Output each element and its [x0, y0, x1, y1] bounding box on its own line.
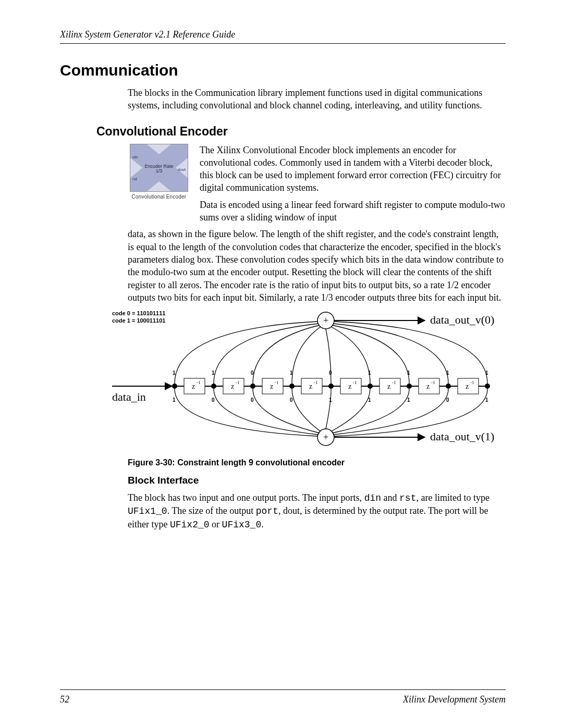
svg-text:1: 1 — [173, 397, 176, 403]
svg-point-21 — [368, 384, 373, 389]
reg-7: z -1 — [419, 378, 451, 394]
icon-and-text: din rst dout Encoder Rate 1/3 Convolutio… — [60, 144, 506, 228]
reg-3: z -1 — [262, 378, 295, 394]
sub-p2a: Data is encoded using a linear feed forw… — [200, 199, 506, 224]
svg-text:1: 1 — [329, 397, 332, 403]
code-port: port — [256, 506, 278, 516]
out1-label: data_out_v(1) — [430, 430, 494, 443]
svg-text:1: 1 — [368, 397, 371, 403]
svg-text:1: 1 — [368, 370, 371, 376]
svg-text:1: 1 — [407, 370, 410, 376]
svg-text:1: 1 — [290, 370, 293, 376]
svg-text:1: 1 — [485, 370, 488, 376]
port-rst: rst — [132, 177, 137, 181]
svg-text:z: z — [466, 382, 469, 390]
reg-8: z -1 — [458, 378, 490, 394]
plus-bottom: + — [323, 432, 328, 442]
svg-text:z: z — [426, 382, 430, 390]
svg-text:1: 1 — [212, 370, 215, 376]
bi-a: The block has two input and one output p… — [128, 492, 364, 503]
svg-text:z: z — [309, 382, 312, 390]
subsection-title: Convolutional Encoder — [96, 125, 506, 139]
bi-d: . The size of the output — [167, 505, 256, 516]
svg-text:-1: -1 — [470, 380, 474, 385]
bi-f: or — [210, 519, 222, 529]
svg-point-25 — [407, 384, 412, 389]
figure-caption: Figure 3-30: Constraint length 9 convolu… — [128, 458, 506, 467]
bi-c: , are limited to type — [416, 492, 489, 503]
data-in-label: data_in — [112, 390, 146, 403]
block-icon: din rst dout Encoder Rate 1/3 Convolutio… — [128, 144, 190, 200]
svg-text:0: 0 — [290, 397, 293, 403]
svg-point-9 — [250, 384, 255, 389]
block-icon-caption: Convolutional Encoder — [128, 194, 190, 200]
svg-point-33 — [485, 384, 490, 389]
svg-point-13 — [289, 384, 295, 389]
port-din: din — [132, 155, 138, 159]
code0-label: code 0 = 110101111 — [112, 310, 165, 316]
svg-text:z: z — [348, 382, 351, 390]
icon-line1: Encoder Rate — [144, 164, 173, 169]
beside-icon-text: The Xilinx Convolutional Encoder block i… — [200, 144, 506, 228]
svg-point-5 — [211, 384, 216, 389]
code1-label: code 1 = 100011101 — [112, 317, 165, 324]
svg-text:z: z — [192, 382, 195, 390]
bi-g: . — [261, 519, 264, 529]
svg-text:-1: -1 — [392, 380, 396, 385]
page-number: 52 — [60, 694, 69, 705]
block-interface-title: Block Interface — [128, 475, 506, 486]
svg-text:0: 0 — [329, 370, 332, 376]
reg-6: z -1 — [380, 378, 412, 394]
plus-top: + — [323, 315, 328, 326]
reg-2: z -1 — [223, 378, 255, 394]
svg-text:-1: -1 — [236, 380, 240, 385]
svg-text:0: 0 — [251, 370, 254, 376]
code-ufix2: UFix2_0 — [170, 520, 210, 530]
block-icon-tile: din rst dout Encoder Rate 1/3 — [130, 144, 188, 192]
svg-text:1: 1 — [407, 397, 410, 403]
bi-b: and — [381, 492, 399, 503]
icon-line2: 1/3 — [156, 168, 163, 174]
svg-text:-1: -1 — [275, 380, 279, 385]
block-interface-text: The block has two input and one output p… — [128, 491, 506, 531]
code-rst: rst — [399, 493, 416, 503]
section-intro: The blocks in the Communication library … — [128, 87, 506, 112]
svg-text:z: z — [387, 382, 390, 390]
out0-label: data_out_v(0) — [430, 313, 494, 326]
footer-system: Xilinx Development System — [403, 694, 506, 705]
svg-text:z: z — [231, 382, 234, 390]
sub-p1: The Xilinx Convolutional Encoder block i… — [200, 144, 506, 194]
svg-point-29 — [446, 384, 451, 389]
rule-bottom — [60, 689, 506, 690]
sub-p2b: data, as shown in the figure below. The … — [128, 228, 506, 304]
bottom-taps — [175, 389, 487, 436]
tap-0 — [172, 384, 177, 389]
bottom-bit-labels: 1 0 0 0 1 1 1 0 1 — [173, 397, 488, 403]
top-bit-labels: 1 1 0 1 0 1 1 1 1 — [173, 370, 488, 376]
svg-text:0: 0 — [446, 397, 449, 403]
svg-text:-1: -1 — [353, 380, 357, 385]
encoder-diagram: code 0 = 110101111 code 1 = 100011101 + … — [112, 308, 498, 454]
icon-center-text: Encoder Rate 1/3 — [130, 164, 188, 175]
code-ufix3: UFix3_0 — [222, 520, 262, 530]
svg-text:1: 1 — [485, 397, 488, 403]
page: Xilinx System Generator v2.1 Reference G… — [0, 0, 563, 728]
code-din: din — [364, 493, 381, 503]
svg-text:-1: -1 — [431, 380, 435, 385]
svg-text:-1: -1 — [314, 380, 318, 385]
reg-5: z -1 — [340, 378, 373, 394]
svg-text:0: 0 — [251, 397, 254, 403]
footer: 52 Xilinx Development System — [60, 687, 506, 705]
svg-text:0: 0 — [212, 397, 215, 403]
svg-text:z: z — [270, 382, 273, 390]
section-title: Communication — [60, 61, 506, 79]
svg-text:1: 1 — [446, 370, 449, 376]
code-ufix1: UFix1_0 — [128, 506, 167, 516]
reg-4: z -1 — [301, 378, 334, 394]
svg-point-17 — [328, 384, 334, 389]
svg-text:-1: -1 — [197, 380, 201, 385]
reg-1: z -1 — [184, 378, 216, 394]
rule-top — [60, 43, 506, 44]
svg-text:1: 1 — [173, 370, 176, 376]
running-head: Xilinx System Generator v2.1 Reference G… — [60, 29, 506, 40]
